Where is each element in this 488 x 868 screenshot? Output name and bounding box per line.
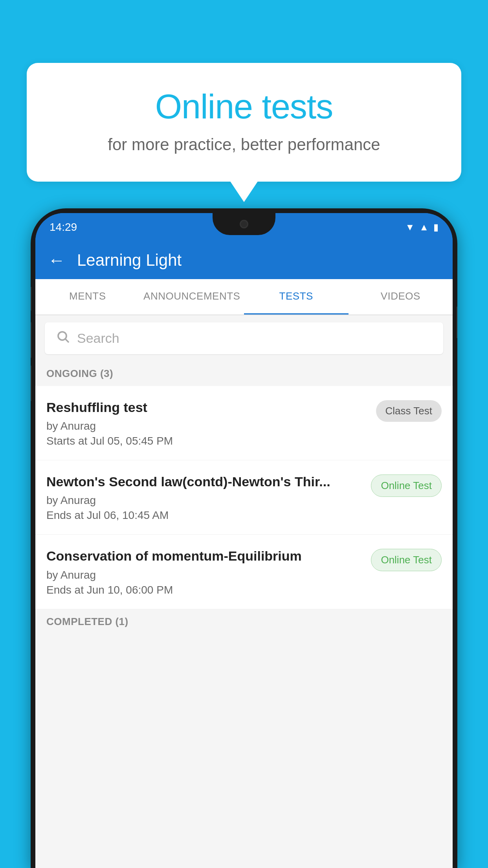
status-bar: 14:29 ▼ ▲ ▮ <box>35 213 453 241</box>
app-header: ← Learning Light <box>35 241 453 279</box>
test-info: Newton's Second law(contd)-Newton's Thir… <box>46 473 371 522</box>
app-title: Learning Light <box>77 251 182 270</box>
test-info: Reshuffling test by Anurag Starts at Jul… <box>46 399 376 447</box>
test-badge-class: Class Test <box>376 400 442 422</box>
test-badge-online: Online Test <box>371 474 442 497</box>
test-info: Conservation of momentum-Equilibrium by … <box>46 547 371 596</box>
online-tests-title: Online tests <box>58 86 430 127</box>
svg-line-1 <box>66 339 69 342</box>
search-icon <box>56 329 70 347</box>
search-bar-container: Search <box>35 315 453 361</box>
tab-announcements[interactable]: ANNOUNCEMENTS <box>140 279 244 314</box>
search-placeholder: Search <box>77 331 119 346</box>
test-item[interactable]: Conservation of momentum-Equilibrium by … <box>35 535 453 609</box>
phone-notch <box>213 213 275 235</box>
phone-content: Search ONGOING (3) Reshuffling test by A… <box>35 315 453 868</box>
ongoing-section-label: ONGOING (3) <box>35 361 453 386</box>
tab-tests[interactable]: TESTS <box>244 279 349 314</box>
signal-icon: ▲ <box>419 222 429 233</box>
volume-down-button <box>31 366 31 401</box>
test-name: Newton's Second law(contd)-Newton's Thir… <box>46 473 363 490</box>
completed-section-label: COMPLETED (1) <box>35 609 453 634</box>
test-author: by Anurag <box>46 494 363 507</box>
status-time: 14:29 <box>50 221 77 234</box>
tab-videos[interactable]: VIDEOS <box>349 279 453 314</box>
online-tests-subtitle: for more practice, better performance <box>58 135 430 154</box>
battery-icon: ▮ <box>433 222 438 233</box>
phone-screen: 14:29 ▼ ▲ ▮ ← Learning Light MENTS ANNOU… <box>35 213 453 868</box>
phone-frame: 14:29 ▼ ▲ ▮ ← Learning Light MENTS ANNOU… <box>31 208 457 868</box>
tabs-container: MENTS ANNOUNCEMENTS TESTS VIDEOS <box>35 279 453 315</box>
mute-button <box>31 287 31 311</box>
speech-bubble-container: Online tests for more practice, better p… <box>27 63 461 182</box>
svg-point-0 <box>58 332 66 340</box>
phone-camera <box>240 220 248 228</box>
search-bar[interactable]: Search <box>45 322 443 354</box>
test-date: Ends at Jul 06, 10:45 AM <box>46 509 363 522</box>
test-item[interactable]: Reshuffling test by Anurag Starts at Jul… <box>35 386 453 460</box>
test-list: Reshuffling test by Anurag Starts at Jul… <box>35 386 453 609</box>
test-name: Conservation of momentum-Equilibrium <box>46 547 363 565</box>
test-date: Ends at Jun 10, 06:00 PM <box>46 584 363 596</box>
status-icons: ▼ ▲ ▮ <box>405 222 438 233</box>
test-author: by Anurag <box>46 569 363 581</box>
test-author: by Anurag <box>46 420 368 432</box>
tab-ments[interactable]: MENTS <box>35 279 140 314</box>
wifi-icon: ▼ <box>405 222 415 233</box>
test-badge-online-2: Online Test <box>371 549 442 571</box>
power-button <box>457 307 457 338</box>
back-button[interactable]: ← <box>48 250 65 270</box>
speech-bubble: Online tests for more practice, better p… <box>27 63 461 182</box>
test-date: Starts at Jul 05, 05:45 PM <box>46 435 368 447</box>
volume-up-button <box>31 322 31 358</box>
test-item[interactable]: Newton's Second law(contd)-Newton's Thir… <box>35 460 453 535</box>
test-name: Reshuffling test <box>46 399 368 416</box>
